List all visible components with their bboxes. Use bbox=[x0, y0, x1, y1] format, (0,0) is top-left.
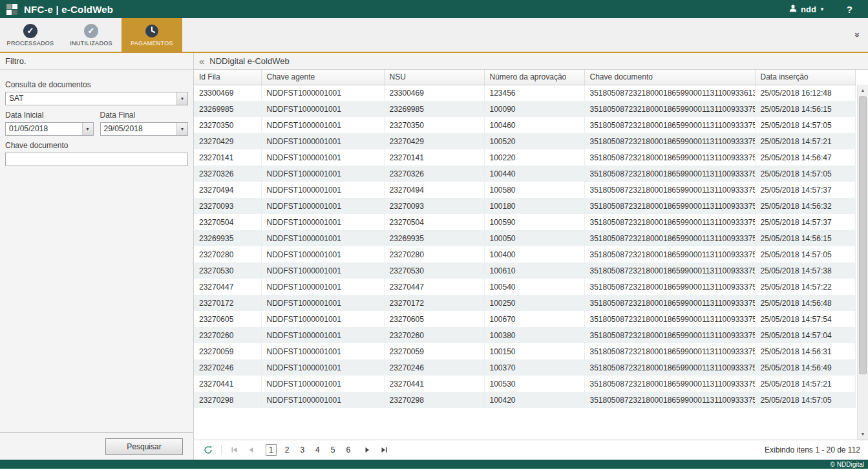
table-cell: NDDFST1000001001 bbox=[261, 166, 384, 182]
pesquisar-button[interactable]: Pesquisar bbox=[105, 438, 183, 455]
column-header-chave-agente[interactable]: Chave agente bbox=[261, 70, 384, 85]
table-cell: 23270093 bbox=[194, 198, 261, 214]
data-final-value: 29/05/2018 bbox=[101, 123, 177, 135]
page-number[interactable]: 5 bbox=[328, 445, 338, 455]
table-cell: NDDFST1000001001 bbox=[261, 214, 384, 230]
table-cell: 23270447 bbox=[384, 279, 484, 295]
table-row[interactable]: 23270093NDDFST10000010012327009310018035… bbox=[194, 198, 855, 214]
column-header-id-fila[interactable]: Id Fila bbox=[194, 70, 261, 85]
table-cell: 100580 bbox=[484, 182, 584, 198]
prev-page-button[interactable] bbox=[245, 443, 258, 456]
table-cell: 351805087232180001865990001131100933375 bbox=[584, 166, 755, 182]
table-cell: 23270141 bbox=[194, 149, 261, 166]
table-row[interactable]: 23300469NDDFST10000010012330046912345635… bbox=[194, 85, 855, 101]
table-cell: 100530 bbox=[484, 376, 584, 392]
chevron-down-icon[interactable]: ▼ bbox=[82, 123, 93, 135]
consulta-label: Consulta de documentos bbox=[5, 80, 188, 89]
table-cell: 23270429 bbox=[384, 133, 484, 149]
page-number[interactable]: 2 bbox=[282, 445, 292, 455]
table-row[interactable]: 23270504NDDFST10000010012327050410059035… bbox=[194, 214, 855, 230]
table-row[interactable]: 23270350NDDFST10000010012327035010046035… bbox=[194, 117, 855, 133]
column-header-numero-aprovacao[interactable]: Número da aprovação bbox=[484, 70, 584, 85]
table-row[interactable]: 23270298NDDFST10000010012327029810042035… bbox=[194, 392, 855, 408]
table-cell: 100090 bbox=[484, 101, 584, 117]
first-page-button[interactable] bbox=[228, 443, 241, 456]
table-cell: 351805087232180001865990001131100933375 bbox=[584, 327, 755, 343]
column-header-chave-documento[interactable]: Chave documento bbox=[584, 70, 755, 85]
tab-inutilizados[interactable]: ✓ INUTILIZADOS bbox=[61, 18, 122, 52]
tab-processados[interactable]: ✓ PROCESSADOS bbox=[0, 18, 61, 52]
table-cell: 100180 bbox=[484, 198, 584, 214]
column-header-nsu[interactable]: NSU bbox=[384, 70, 484, 85]
table-row[interactable]: 23270280NDDFST10000010012327028010040035… bbox=[194, 246, 855, 262]
data-inicial-label: Data Inicial bbox=[5, 111, 94, 120]
column-header-data-insercao[interactable]: Data inserção bbox=[755, 70, 855, 85]
topbar: NFC-e | e-ColdWeb ndd ▼ ? bbox=[0, 0, 868, 18]
refresh-button[interactable] bbox=[202, 443, 215, 456]
table-cell: 23270429 bbox=[194, 133, 261, 149]
pagination-pages: 123456 bbox=[266, 444, 353, 456]
chevron-down-icon[interactable]: ▼ bbox=[176, 123, 187, 135]
toolbar: ✓ PROCESSADOS ✓ INUTILIZADOS PAGAMENTOS … bbox=[0, 18, 868, 53]
table-cell: 23270494 bbox=[384, 182, 484, 198]
scrollbar-track[interactable] bbox=[858, 96, 868, 429]
table-row[interactable]: 23270260NDDFST10000010012327026010038035… bbox=[194, 327, 855, 343]
tab-pagamentos[interactable]: PAGAMENTOS bbox=[122, 18, 182, 52]
table-row[interactable]: 23270530NDDFST10000010012327053010061035… bbox=[194, 262, 855, 279]
clock-circle-icon bbox=[145, 24, 159, 38]
grid-area: Id Fila Chave agente NSU Número da aprov… bbox=[194, 70, 868, 440]
collapse-panel-button[interactable]: » bbox=[855, 30, 860, 40]
table-row[interactable]: 23269985NDDFST10000010012326998510009035… bbox=[194, 101, 855, 117]
table-row[interactable]: 23270059NDDFST10000010012327005910015035… bbox=[194, 343, 855, 359]
scroll-up-icon[interactable]: ▲ bbox=[858, 85, 868, 96]
data-inicial-dropdown[interactable]: 01/05/2018 ▼ bbox=[5, 122, 94, 136]
table-cell: 25/05/2018 14:57:04 bbox=[755, 327, 855, 343]
table-row[interactable]: 23270326NDDFST10000010012327032610044035… bbox=[194, 166, 855, 182]
scroll-down-icon[interactable]: ▼ bbox=[858, 429, 868, 440]
table-cell: 351805087232180001865990001131100933375 bbox=[584, 182, 755, 198]
table-cell: 23270530 bbox=[194, 262, 261, 279]
table-cell: 25/05/2018 14:56:15 bbox=[755, 230, 855, 246]
table-row[interactable]: 23270605NDDFST10000010012327060510067035… bbox=[194, 311, 855, 327]
table-cell: 25/05/2018 14:56:47 bbox=[755, 149, 855, 166]
collapse-left-icon[interactable]: « bbox=[199, 56, 204, 66]
table-row[interactable]: 23270441NDDFST10000010012327044110053035… bbox=[194, 376, 855, 392]
table-cell: 23270298 bbox=[194, 392, 261, 408]
filter-sidebar: Filtro. Consulta de documentos SAT ▼ Dat… bbox=[0, 53, 194, 460]
nddigital-logo-icon bbox=[6, 4, 17, 15]
chevron-down-icon[interactable]: ▼ bbox=[176, 92, 187, 105]
last-page-button[interactable] bbox=[377, 443, 390, 456]
table-cell: 100460 bbox=[484, 117, 584, 133]
consulta-dropdown[interactable]: SAT ▼ bbox=[5, 92, 188, 105]
table-row[interactable]: 23270447NDDFST10000010012327044710054035… bbox=[194, 279, 855, 295]
table-cell: 351805087232180001865990001131100933375 bbox=[584, 392, 755, 408]
table-cell: 23300469 bbox=[384, 85, 484, 101]
page-number[interactable]: 4 bbox=[313, 445, 323, 455]
table-row[interactable]: 23270494NDDFST10000010012327049410058035… bbox=[194, 182, 855, 198]
data-final-dropdown[interactable]: 29/05/2018 ▼ bbox=[100, 122, 189, 136]
vertical-scrollbar[interactable]: ▲ ▼ bbox=[857, 85, 868, 440]
table-cell: 23270494 bbox=[194, 182, 261, 198]
scrollbar-thumb[interactable] bbox=[859, 96, 867, 374]
table-row[interactable]: 23269935NDDFST10000010012326993510005035… bbox=[194, 230, 855, 246]
table-row[interactable]: 23270246NDDFST10000010012327024610037035… bbox=[194, 359, 855, 376]
table-cell: 23270441 bbox=[194, 376, 261, 392]
help-button[interactable]: ? bbox=[847, 4, 852, 15]
table-cell: NDDFST1000001001 bbox=[261, 246, 384, 262]
page-number[interactable]: 6 bbox=[343, 445, 353, 455]
table-row[interactable]: 23270141NDDFST10000010012327014110022035… bbox=[194, 149, 855, 166]
tab-label: PROCESSADOS bbox=[7, 40, 54, 47]
table-cell: 23270172 bbox=[194, 295, 261, 311]
chave-documento-input[interactable] bbox=[5, 153, 188, 166]
page-number[interactable]: 1 bbox=[266, 444, 277, 456]
next-page-button[interactable] bbox=[361, 443, 374, 456]
app-title: NFC-e | e-ColdWeb bbox=[24, 4, 113, 15]
table-cell: 351805087232180001865990001131100933375 bbox=[584, 246, 755, 262]
copyright: © NDDigital bbox=[831, 461, 864, 468]
table-cell: 23270605 bbox=[194, 311, 261, 327]
user-menu[interactable]: ndd ▼ bbox=[789, 4, 825, 15]
table-row[interactable]: 23270172NDDFST10000010012327017210025035… bbox=[194, 295, 855, 311]
page-number[interactable]: 3 bbox=[297, 445, 307, 455]
table-row[interactable]: 23270429NDDFST10000010012327042910052035… bbox=[194, 133, 855, 149]
table-cell: 351805087232180001865990001131100933375 bbox=[584, 133, 755, 149]
